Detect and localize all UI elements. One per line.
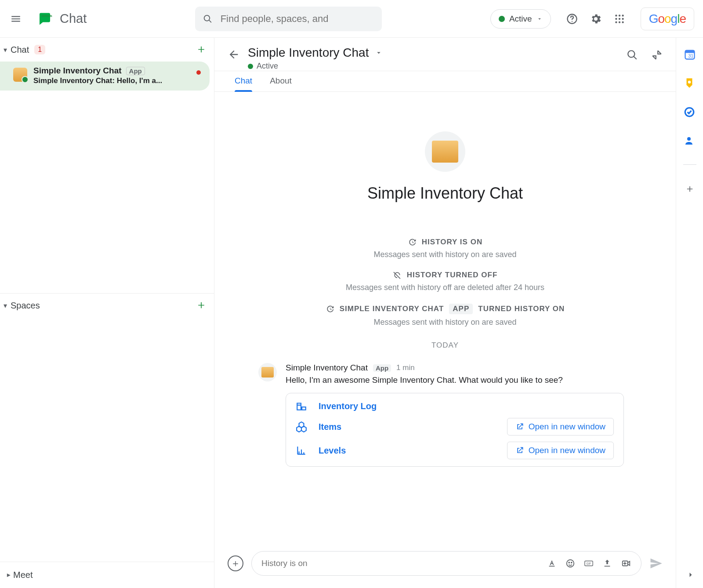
message-sender: Simple Inventory Chat bbox=[286, 363, 368, 373]
svg-point-14 bbox=[569, 562, 569, 563]
svg-point-8 bbox=[615, 21, 617, 23]
left-sidebar: ▾ Chat 1 ＋ Simple Inventory Chat App Sim… bbox=[0, 38, 214, 588]
svg-rect-11 bbox=[297, 405, 301, 410]
history-on-icon bbox=[326, 305, 334, 313]
collapse-panel-icon[interactable] bbox=[686, 570, 695, 579]
message-composer[interactable]: GIF bbox=[251, 551, 641, 576]
google-logo[interactable]: Google bbox=[641, 7, 694, 30]
svg-point-5 bbox=[615, 18, 617, 19]
open-new-window-button[interactable]: Open in new window bbox=[507, 442, 614, 459]
chat-logo-icon bbox=[37, 11, 53, 27]
open-external-icon bbox=[515, 446, 524, 455]
meet-section-header[interactable]: ▾ Meet bbox=[0, 562, 214, 588]
card-row-levels: Levels Open in new window bbox=[296, 442, 614, 459]
format-icon[interactable] bbox=[547, 559, 557, 568]
message-avatar bbox=[258, 363, 277, 381]
warehouse-icon bbox=[296, 400, 308, 412]
message-text: Hello, I'm an awesome Simple Inventory C… bbox=[286, 375, 632, 385]
package-icon bbox=[261, 367, 274, 377]
conversation-preview: Simple Inventory Chat: Hello, I'm a... bbox=[33, 76, 162, 85]
status-dot-icon bbox=[248, 64, 253, 69]
tasks-icon[interactable] bbox=[684, 106, 696, 119]
search-in-chat-icon[interactable] bbox=[627, 49, 638, 61]
history-off-label: HISTORY TURNED OFF bbox=[407, 271, 498, 279]
video-icon[interactable] bbox=[621, 559, 631, 568]
back-arrow-icon[interactable] bbox=[228, 48, 242, 61]
app-tag: App bbox=[373, 364, 391, 372]
card-row-inventory-log: Inventory Log bbox=[296, 400, 614, 412]
svg-rect-20 bbox=[685, 51, 694, 53]
date-divider: TODAY bbox=[431, 341, 459, 350]
package-icon bbox=[13, 68, 27, 82]
search-input[interactable] bbox=[221, 13, 374, 25]
chat-section-header[interactable]: ▾ Chat 1 ＋ bbox=[0, 38, 214, 60]
svg-point-10 bbox=[622, 21, 623, 23]
status-dot-icon bbox=[499, 16, 505, 22]
conversation-item[interactable]: Simple Inventory Chat App Simple Invento… bbox=[0, 62, 210, 91]
history-on-label: HISTORY IS ON bbox=[422, 238, 482, 247]
history-off-desc: Messages sent with history off are delet… bbox=[346, 283, 544, 292]
help-icon[interactable] bbox=[565, 12, 579, 26]
svg-point-4 bbox=[622, 15, 623, 16]
history-action: TURNED HISTORY ON bbox=[478, 305, 565, 313]
app-chip: APP bbox=[449, 304, 473, 314]
global-header: Chat Active Google bbox=[0, 0, 703, 38]
svg-point-22 bbox=[688, 81, 691, 84]
chat-title: Simple Inventory Chat bbox=[248, 46, 369, 60]
chevron-down-icon: ▾ bbox=[4, 46, 7, 54]
package-icon bbox=[432, 141, 458, 163]
message-time: 1 min bbox=[396, 363, 415, 372]
search-box[interactable] bbox=[195, 7, 382, 31]
card-link[interactable]: Levels bbox=[319, 446, 496, 456]
collapse-icon[interactable] bbox=[651, 49, 663, 61]
emoji-icon[interactable] bbox=[565, 559, 575, 568]
apps-grid-icon[interactable] bbox=[612, 12, 627, 26]
app-tag: App bbox=[126, 67, 145, 75]
chevron-down-icon bbox=[536, 16, 543, 22]
history-on-desc: Messages sent with history on are saved bbox=[373, 250, 516, 259]
status-pill[interactable]: Active bbox=[490, 9, 551, 29]
tab-chat[interactable]: Chat bbox=[235, 76, 252, 92]
chevron-down-icon: ▾ bbox=[4, 301, 7, 310]
svg-point-6 bbox=[619, 18, 620, 19]
send-button[interactable] bbox=[649, 557, 663, 570]
composer-input[interactable] bbox=[261, 559, 547, 568]
svg-rect-12 bbox=[302, 407, 306, 410]
chat-message: Simple Inventory Chat App 1 min Hello, I… bbox=[258, 363, 632, 467]
right-side-panel: 31 ＋ bbox=[676, 38, 703, 588]
meet-section-label: Meet bbox=[13, 570, 33, 580]
calendar-icon[interactable]: 31 bbox=[684, 48, 696, 61]
gif-icon[interactable]: GIF bbox=[584, 559, 594, 568]
unread-dot-icon bbox=[196, 70, 201, 75]
hamburger-menu-icon[interactable] bbox=[9, 12, 23, 26]
history-actor: SIMPLE INVENTORY CHAT bbox=[340, 305, 444, 313]
card-link[interactable]: Items bbox=[319, 422, 496, 432]
new-space-button[interactable]: ＋ bbox=[195, 299, 208, 312]
hero-title: Simple Inventory Chat bbox=[367, 184, 523, 203]
message-card: Inventory Log Items Open in new window bbox=[286, 393, 624, 467]
bar-chart-icon bbox=[296, 445, 308, 456]
card-link[interactable]: Inventory Log bbox=[319, 401, 614, 411]
tab-about[interactable]: About bbox=[270, 76, 292, 92]
add-addon-button[interactable]: ＋ bbox=[685, 181, 695, 196]
svg-point-3 bbox=[619, 15, 620, 16]
add-attachment-button[interactable]: ＋ bbox=[228, 555, 243, 571]
chevron-down-icon[interactable] bbox=[375, 49, 383, 57]
keep-icon[interactable] bbox=[684, 77, 696, 90]
new-chat-button[interactable]: ＋ bbox=[195, 43, 208, 56]
open-new-window-button[interactable]: Open in new window bbox=[507, 418, 614, 436]
contacts-icon[interactable] bbox=[684, 135, 696, 148]
spaces-section-header[interactable]: ▾ Spaces ＋ bbox=[0, 294, 214, 316]
svg-point-7 bbox=[622, 18, 623, 19]
card-row-items: Items Open in new window bbox=[296, 418, 614, 436]
settings-icon[interactable] bbox=[589, 12, 603, 26]
history-turned-on-desc: Messages sent with history on are saved bbox=[373, 318, 516, 327]
svg-point-1 bbox=[572, 21, 573, 22]
chevron-right-icon: ▾ bbox=[4, 573, 12, 577]
status-label: Active bbox=[509, 14, 532, 24]
svg-point-2 bbox=[615, 15, 617, 16]
conversation-name: Simple Inventory Chat bbox=[33, 66, 122, 76]
upload-icon[interactable] bbox=[602, 559, 612, 568]
svg-text:31: 31 bbox=[688, 53, 693, 58]
unread-badge: 1 bbox=[34, 45, 45, 54]
